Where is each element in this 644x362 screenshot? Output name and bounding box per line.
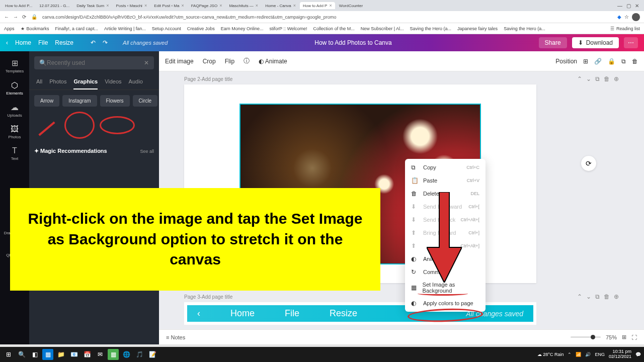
delete-page-icon[interactable]: 🗑: [604, 75, 610, 82]
nav-photos[interactable]: 🖼Photos: [0, 122, 29, 142]
taskbar-app[interactable]: ▦: [108, 349, 119, 360]
start-button[interactable]: ⊞: [3, 349, 14, 360]
cm-paste[interactable]: 📋PasteCtrl+V: [405, 174, 486, 187]
graphic-red-oval[interactable]: [100, 116, 135, 134]
edit-image-button[interactable]: Edit image: [165, 58, 194, 65]
browser-tab[interactable]: How to Add P...: [2, 3, 35, 9]
crop-button[interactable]: Crop: [203, 58, 216, 65]
reload-icon[interactable]: ⟳: [22, 14, 26, 20]
bookmark-item[interactable]: Finally!, a card capt...: [55, 26, 99, 31]
browser-tab[interactable]: 12.07.2021 - G...: [36, 3, 72, 9]
transparency-icon[interactable]: ⊞: [583, 58, 588, 65]
fullscreen-icon[interactable]: ⛶: [631, 334, 637, 340]
back-icon[interactable]: ←: [4, 14, 9, 20]
chip-arrow[interactable]: Arrow: [34, 95, 59, 107]
lock-icon[interactable]: 🔒: [608, 58, 615, 65]
notifications-icon[interactable]: 💬: [635, 352, 641, 357]
bookmark-item[interactable]: Japanese fairy tales: [457, 26, 498, 31]
download-button[interactable]: ⬇Download: [572, 37, 619, 48]
add-page-icon[interactable]: ⊕: [614, 75, 619, 82]
bookmark-item[interactable]: ☰ Reading list: [610, 26, 640, 31]
taskbar-app[interactable]: 🎵: [134, 349, 145, 360]
add-page-icon[interactable]: ⊕: [614, 293, 619, 300]
page-up-icon[interactable]: ⌃: [577, 293, 582, 300]
see-all-link[interactable]: See all: [140, 149, 154, 154]
search-icon[interactable]: 🔍: [16, 349, 27, 360]
bookmark-item[interactable]: ★ Bookmarks: [21, 26, 49, 31]
clock-date[interactable]: 02/12/2021: [609, 354, 631, 359]
volume-icon[interactable]: 🔊: [585, 352, 591, 357]
browser-tab[interactable]: Posts ‹ Maschi×: [113, 2, 150, 9]
tab-photos[interactable]: Photos: [49, 74, 66, 89]
resize-button[interactable]: Resize: [55, 39, 73, 46]
forward-icon[interactable]: →: [13, 14, 18, 20]
trash-icon[interactable]: 🗑: [632, 58, 638, 65]
taskbar-app[interactable]: 📅: [82, 349, 93, 360]
page-title-input[interactable]: Add page title: [202, 76, 232, 82]
taskbar-app[interactable]: 📝: [147, 349, 158, 360]
nav-elements[interactable]: ⬡Elements: [0, 77, 29, 99]
cm-copy[interactable]: ⧉CopyCtrl+C: [405, 161, 486, 174]
minimize-icon[interactable]: —: [617, 3, 622, 9]
taskbar-app[interactable]: 🌐: [121, 349, 132, 360]
page-up-icon[interactable]: ⌃: [577, 75, 582, 82]
redo-icon[interactable]: ↷: [103, 39, 108, 46]
browser-tab[interactable]: Home - Canva×: [262, 2, 299, 9]
profile-icon[interactable]: [632, 13, 640, 21]
tab-audio[interactable]: Audio: [129, 74, 143, 89]
grid-view-icon[interactable]: ⊞: [622, 334, 626, 340]
tab-graphics[interactable]: Graphics: [73, 74, 98, 89]
browser-tab-active[interactable]: How to Add P×: [300, 2, 335, 9]
browser-tab[interactable]: Edit Post ‹ Ma×: [151, 2, 187, 9]
more-icon[interactable]: ⋯: [624, 37, 638, 48]
maximize-icon[interactable]: ▢: [626, 3, 631, 9]
browser-tab[interactable]: Daily Task Sum×: [73, 2, 112, 9]
search-box[interactable]: 🔍 ✕: [34, 56, 154, 69]
extension-icon[interactable]: ◆: [617, 14, 621, 20]
language-indicator[interactable]: ENG: [595, 352, 605, 357]
bookmark-item[interactable]: Setup Account: [152, 26, 181, 31]
bookmark-item[interactable]: New Subscriber | Al...: [361, 26, 404, 31]
share-button[interactable]: Share: [539, 37, 567, 48]
tray-icon[interactable]: ⌃: [568, 352, 572, 357]
tab-all[interactable]: All: [36, 74, 42, 89]
taskbar-app[interactable]: 📁: [55, 349, 66, 360]
chip-flowers[interactable]: Flowers: [100, 95, 130, 107]
nav-text[interactable]: TText: [0, 143, 29, 164]
zoom-level[interactable]: 75%: [606, 334, 617, 340]
bookmark-item[interactable]: Saving the Hero (a...: [504, 26, 545, 31]
position-button[interactable]: Position: [555, 58, 577, 65]
tab-videos[interactable]: Videos: [105, 74, 121, 89]
close-icon[interactable]: ✕: [635, 3, 639, 9]
clear-icon[interactable]: ✕: [144, 59, 149, 66]
nav-uploads[interactable]: ☁Uploads: [0, 100, 29, 121]
duplicate-page-icon[interactable]: ⧉: [595, 75, 600, 82]
chip-circle[interactable]: Circle: [133, 95, 158, 107]
chip-instagram[interactable]: Instagram: [62, 95, 97, 107]
duplicate-icon[interactable]: ⧉: [621, 58, 626, 65]
nav-templates[interactable]: ⊞Templates: [0, 55, 29, 76]
graphic-red-arrow[interactable]: [34, 113, 59, 138]
duplicate-page-icon[interactable]: ⧉: [595, 293, 600, 300]
extension-icon[interactable]: ☆: [624, 14, 629, 20]
file-button[interactable]: File: [38, 39, 48, 46]
browser-tab[interactable]: Maschituts —×: [226, 2, 261, 9]
home-button[interactable]: Home: [15, 39, 31, 46]
document-title[interactable]: How to Add Photos to Canva: [168, 39, 538, 46]
undo-icon[interactable]: ↶: [91, 39, 96, 46]
weather-widget[interactable]: ☁ 28°C Rain: [537, 352, 564, 357]
search-input[interactable]: [47, 59, 144, 66]
browser-tab[interactable]: FAQPage JSO×: [188, 2, 225, 9]
bookmark-item[interactable]: Apps: [4, 26, 15, 31]
page-down-icon[interactable]: ⌄: [586, 293, 591, 300]
wifi-icon[interactable]: 📶: [576, 352, 581, 357]
page-title-input[interactable]: Add page title: [202, 294, 232, 300]
taskbar-app[interactable]: ▦: [42, 349, 53, 360]
bookmark-item[interactable]: Earn Money Online...: [221, 26, 264, 31]
zoom-slider[interactable]: [571, 336, 601, 338]
bookmark-item[interactable]: Article Writing | fan...: [104, 26, 146, 31]
notes-button[interactable]: ≡ Notes: [166, 334, 185, 340]
back-icon[interactable]: ‹: [6, 39, 8, 46]
sync-icon[interactable]: ⟳: [581, 156, 596, 171]
animate-button[interactable]: ◐ Animate: [259, 58, 287, 65]
